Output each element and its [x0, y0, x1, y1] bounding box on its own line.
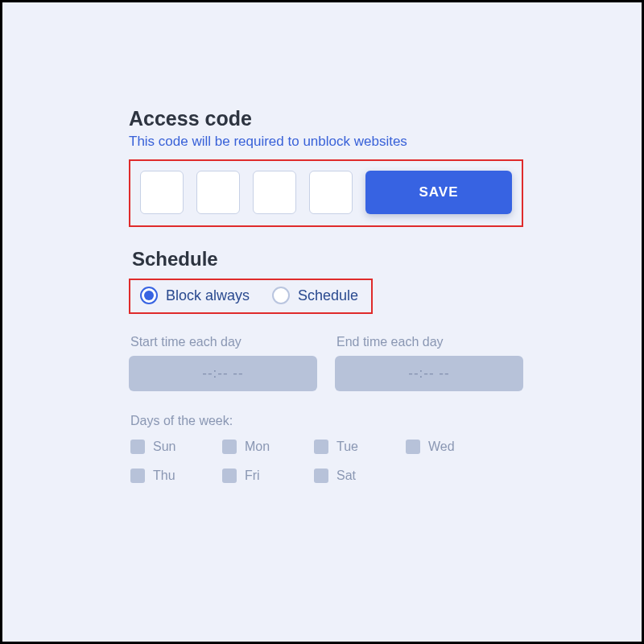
day-label: Wed	[428, 440, 455, 454]
radio-schedule-label: Schedule	[298, 287, 358, 304]
day-label: Mon	[245, 440, 270, 454]
day-checkbox-tue[interactable]: Tue	[314, 440, 374, 454]
radio-unselected-icon	[272, 287, 290, 304]
checkbox-icon	[406, 440, 420, 454]
day-checkbox-sat[interactable]: Sat	[314, 469, 374, 483]
access-code-digit-1[interactable]	[140, 171, 184, 214]
day-label: Tue	[336, 440, 358, 454]
radio-block-always-label: Block always	[166, 287, 250, 304]
radio-selected-icon	[140, 287, 158, 304]
schedule-mode-highlight-box: Block always Schedule	[129, 279, 373, 314]
access-code-subtitle: This code will be required to unblock we…	[129, 134, 523, 150]
content-container: Access code This code will be required t…	[129, 107, 523, 483]
end-time-input[interactable]: --:-- --	[335, 356, 523, 391]
start-time-input[interactable]: --:-- --	[129, 356, 317, 391]
access-code-digit-3[interactable]	[253, 171, 296, 214]
end-time-col: End time each day --:-- --	[335, 335, 523, 391]
access-code-digit-2[interactable]	[196, 171, 240, 214]
access-code-heading: Access code	[129, 107, 523, 130]
checkbox-icon	[222, 469, 237, 483]
save-button[interactable]: SAVE	[365, 171, 512, 214]
days-of-week-grid: Sun Mon Tue Wed Thu Fri	[129, 440, 523, 483]
day-checkbox-mon[interactable]: Mon	[222, 440, 282, 454]
checkbox-icon	[314, 469, 328, 483]
day-label: Sun	[153, 440, 175, 454]
checkbox-icon	[222, 440, 237, 454]
start-time-label: Start time each day	[130, 335, 317, 349]
start-time-col: Start time each day --:-- --	[129, 335, 317, 391]
day-label: Sat	[336, 469, 356, 483]
day-checkbox-thu[interactable]: Thu	[130, 469, 190, 483]
settings-panel: Access code This code will be required t…	[0, 0, 644, 644]
radio-block-always[interactable]: Block always	[140, 287, 250, 304]
end-time-label: End time each day	[336, 335, 523, 349]
schedule-heading: Schedule	[132, 248, 523, 270]
radio-schedule[interactable]: Schedule	[272, 287, 358, 304]
checkbox-icon	[314, 440, 328, 454]
checkbox-icon	[130, 440, 145, 454]
day-label: Thu	[153, 469, 175, 483]
time-range-row: Start time each day --:-- -- End time ea…	[129, 335, 523, 391]
day-label: Fri	[245, 469, 260, 483]
day-checkbox-wed[interactable]: Wed	[406, 440, 465, 454]
access-code-highlight-box: SAVE	[129, 159, 523, 227]
days-of-week-label: Days of the week:	[130, 414, 523, 428]
access-code-digit-4[interactable]	[309, 171, 353, 214]
day-checkbox-sun[interactable]: Sun	[130, 440, 190, 454]
checkbox-icon	[130, 469, 145, 483]
day-checkbox-fri[interactable]: Fri	[222, 469, 282, 483]
